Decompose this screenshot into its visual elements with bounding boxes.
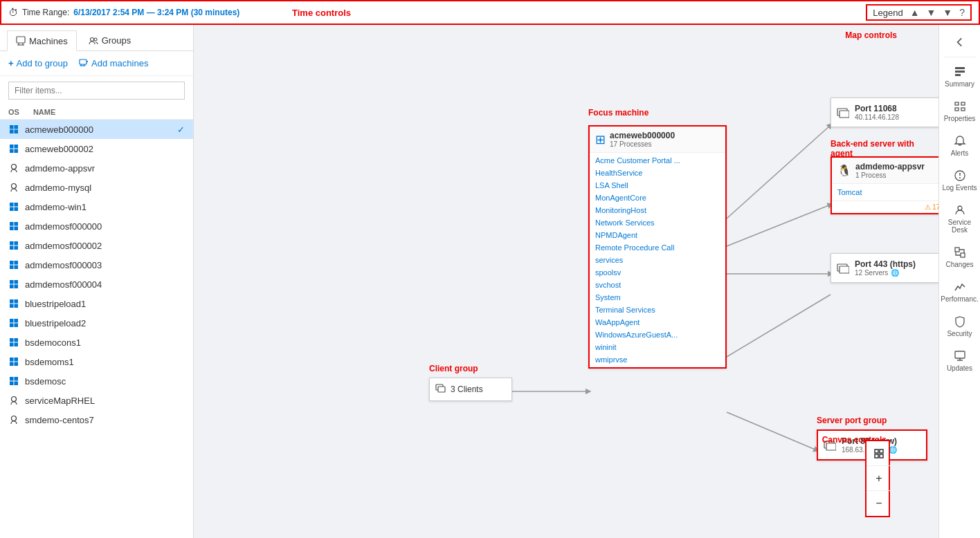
- tomcat-process[interactable]: Tomcat: [832, 185, 938, 199]
- process-item[interactable]: Remote Procedure Call: [590, 241, 725, 254]
- svg-rect-45: [15, 304, 19, 308]
- item-name-admdemosf000004: admdemosf000004: [25, 279, 185, 290]
- add-to-group-action[interactable]: + Add to group: [8, 58, 68, 68]
- process-item[interactable]: MonitoringHost: [590, 204, 725, 216]
- svg-rect-55: [15, 358, 19, 362]
- item-name-bluestripeload2: bluestripeload2: [25, 318, 185, 328]
- os-icon-smdemo-centos7: [8, 414, 19, 425]
- sidebar-item-admdemosf000002[interactable]: admdemosf000002: [0, 236, 193, 255]
- process-name: NPMDAgent: [595, 231, 637, 239]
- zoom-in-button[interactable]: +: [866, 466, 891, 491]
- process-item[interactable]: LSA Shell: [590, 179, 725, 192]
- os-icon-bluestripeload1: [8, 298, 19, 309]
- backend-node-footer: ⚠ 17 ● 3: [832, 201, 938, 213]
- tab-groups[interactable]: Groups: [80, 30, 140, 50]
- process-item[interactable]: WaAppAgent: [590, 316, 725, 328]
- os-icon-admdemo-win1: [8, 201, 19, 212]
- svg-point-62: [12, 397, 17, 402]
- port-443-node[interactable]: Port 443 (https) 12 Servers 🌐: [831, 253, 938, 283]
- process-item[interactable]: Terminal Services: [590, 304, 725, 316]
- legend-help-icon[interactable]: ?: [959, 7, 965, 18]
- time-range-value[interactable]: 6/13/2017 2:54 PM — 3:24 PM (30 minutes): [73, 8, 239, 17]
- sidebar-item-updates[interactable]: Updates: [939, 344, 980, 378]
- focus-machine-node[interactable]: ⊞ acmeweb000000 17 Processes Acme Custom…: [588, 125, 727, 369]
- sidebar-item-alerts[interactable]: Alerts: [939, 129, 980, 163]
- sidebar-item-admdemosf000004[interactable]: admdemosf000004: [0, 275, 193, 294]
- client-group-count: 3 Clients: [451, 384, 483, 394]
- sidebar-item-bsdemocons1[interactable]: bsdemocons1: [0, 333, 193, 352]
- process-item[interactable]: services: [590, 254, 725, 266]
- tab-machines[interactable]: Machines: [7, 30, 77, 51]
- sidebar-item-service-desk[interactable]: Service Desk: [939, 198, 980, 239]
- sidebar-item-bsdemoms1[interactable]: bsdemoms1: [0, 352, 193, 371]
- process-item[interactable]: svchost: [590, 279, 725, 291]
- process-item[interactable]: NPMDAgent: [590, 229, 725, 241]
- svg-rect-42: [10, 299, 14, 304]
- add-machines-action[interactable]: Add machines: [79, 58, 148, 68]
- sidebar-item-changes[interactable]: Changes: [939, 241, 980, 274]
- legend-up-icon[interactable]: ▲: [910, 7, 920, 18]
- item-name-admdemo-win1: admdemo-win1: [25, 202, 185, 212]
- updates-label: Updates: [947, 364, 972, 372]
- process-item[interactable]: System: [590, 291, 725, 304]
- svg-rect-6: [80, 59, 87, 64]
- sidebar-item-admdemo-win1[interactable]: admdemo-win1: [0, 197, 193, 216]
- backend-linux-icon: 🐧: [837, 164, 851, 177]
- sidebar-item-admdemosf000003[interactable]: admdemosf000003: [0, 255, 193, 275]
- sidebar-tabs: Machines Groups: [0, 25, 193, 51]
- process-name: HealthService: [595, 169, 642, 177]
- map-area[interactable]: Map controls Focus machine: [194, 25, 938, 538]
- svg-rect-56: [10, 362, 14, 367]
- focus-node-process-list: Acme Customer Portal ...HealthServiceLSA…: [590, 153, 725, 367]
- fit-canvas-button[interactable]: [866, 441, 891, 466]
- client-group-node[interactable]: 3 Clients: [429, 378, 512, 401]
- backend-node-header: 🐧 admdemo-appsvr 1 Process: [832, 158, 938, 184]
- item-name-admdemosf000002: admdemosf000002: [25, 241, 185, 251]
- sidebar-item-properties[interactable]: Properties: [939, 95, 980, 128]
- legend-down-icon[interactable]: ▼: [926, 7, 936, 18]
- port-443-globe-icon: 🌐: [891, 269, 899, 277]
- port-11068-node[interactable]: Port 11068 40.114.46.128: [831, 98, 938, 127]
- process-item[interactable]: Network Services: [590, 216, 725, 229]
- process-item[interactable]: wininit: [590, 341, 725, 353]
- sidebar-item-bsdemosc[interactable]: bsdemosc: [0, 371, 193, 391]
- plus-icon: +: [8, 58, 14, 68]
- item-check-acmeweb000000: ✓: [177, 124, 185, 135]
- zoom-out-button[interactable]: −: [866, 491, 891, 516]
- sidebar-item-security[interactable]: Security: [939, 310, 980, 343]
- sidebar-item-bluestripeload2[interactable]: bluestripeload2: [0, 313, 193, 333]
- process-item[interactable]: spoolsv: [590, 266, 725, 279]
- svg-rect-53: [15, 343, 19, 347]
- left-sidebar: Machines Groups + Add to group Add machi…: [0, 25, 194, 538]
- process-item[interactable]: MonAgentCore: [590, 192, 725, 204]
- legend-filter-icon[interactable]: ▼: [943, 7, 952, 18]
- process-item[interactable]: HealthService: [590, 167, 725, 179]
- sidebar-item-log-events[interactable]: Log Events: [939, 164, 980, 197]
- sidebar-item-admdemo-appsvr[interactable]: admdemo-appsvr: [0, 158, 193, 178]
- sidebar-item-serviceMapRHEL[interactable]: serviceMapRHEL: [0, 391, 193, 410]
- sidebar-item-admdemosf000000[interactable]: admdemosf000000: [0, 216, 193, 236]
- sidebar-item-acmeweb000002[interactable]: acmeweb000002: [0, 139, 193, 158]
- svg-point-63: [12, 416, 17, 421]
- sidebar-item-admdemo-mysql[interactable]: admdemo-mysql: [0, 178, 193, 197]
- svg-rect-19: [15, 149, 19, 154]
- sidebar-item-smdemo-centos7[interactable]: smdemo-centos7: [0, 410, 193, 429]
- sidebar-item-summary[interactable]: Summary: [939, 60, 980, 93]
- svg-rect-50: [10, 338, 14, 342]
- item-name-admdemosf000000: admdemosf000000: [25, 221, 185, 232]
- sidebar-item-acmeweb000000[interactable]: acmeweb000000✓: [0, 120, 193, 139]
- sidebar-item-bluestripeload1[interactable]: bluestripeload1: [0, 294, 193, 313]
- svg-rect-44: [10, 304, 14, 308]
- svg-rect-25: [15, 207, 19, 212]
- process-name: wininit: [595, 343, 617, 351]
- sidebar-item-performance[interactable]: Performanc.: [939, 275, 980, 308]
- filter-input[interactable]: [8, 82, 185, 100]
- svg-rect-96: [955, 351, 965, 358]
- sidebar-back-button[interactable]: [939, 30, 980, 54]
- process-name: wmiprvse: [595, 355, 627, 364]
- process-item[interactable]: WindowsAzureGuestA...: [590, 328, 725, 341]
- process-item[interactable]: Acme Customer Portal ...: [590, 154, 725, 167]
- process-item[interactable]: wmiprvse: [590, 353, 725, 366]
- svg-rect-24: [10, 207, 14, 212]
- backend-server-node[interactable]: 🐧 admdemo-appsvr 1 Process Tomcat ⚠ 17: [831, 156, 938, 214]
